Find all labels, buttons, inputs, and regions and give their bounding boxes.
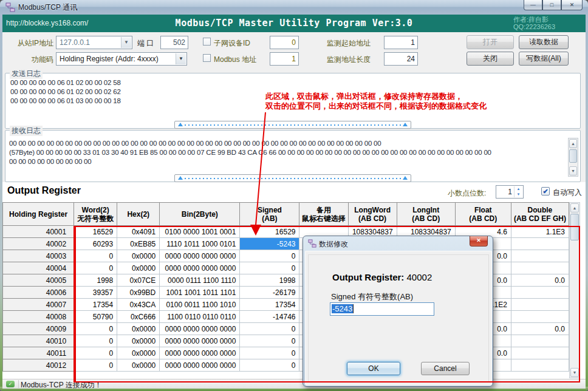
cell-hex[interactable]: 0x0000	[117, 250, 160, 262]
cell-bin[interactable]: 0000 0111 1100 1110	[160, 274, 240, 287]
ok-button[interactable]: OK	[347, 362, 400, 375]
dropdown-arrow-icon[interactable]: ▼	[121, 37, 131, 48]
cell-double[interactable]	[511, 262, 569, 274]
recv-log-hscrollbar[interactable]	[174, 174, 411, 182]
cell-bin[interactable]: 0000 0000 0000 0000	[160, 262, 240, 274]
recv-log-vscrollbar[interactable]: ▲ ▼	[568, 138, 578, 177]
cell-word[interactable]: 1998	[74, 274, 117, 287]
modbus-address-checkbox[interactable]	[203, 54, 211, 62]
cell-bin[interactable]: 0000 0000 0000 0000	[160, 359, 240, 372]
start-address-field[interactable]: 1	[384, 36, 418, 49]
cell-word[interactable]: 0	[74, 359, 117, 372]
read-data-button[interactable]: 读取数据	[519, 35, 569, 49]
cell-word[interactable]: 39357	[74, 287, 117, 299]
cell-signed[interactable]: 16529	[240, 226, 299, 238]
cell-signed[interactable]: -5243	[240, 238, 299, 250]
cell-bin[interactable]: 0000 0000 0000 0000	[160, 335, 240, 347]
cell-bin[interactable]: 1001 1001 1011 1101	[160, 287, 240, 299]
port-field[interactable]: 502	[160, 36, 188, 49]
cell-hex[interactable]: 0x07CE	[117, 274, 160, 287]
scroll-right-icon[interactable]	[403, 123, 408, 126]
minimize-button[interactable]: —	[524, 0, 542, 10]
table-vscrollbar[interactable]: ▲ ▼	[569, 202, 580, 378]
scroll-down-icon[interactable]: ▼	[570, 368, 579, 377]
cell-double[interactable]	[511, 287, 569, 299]
scroll-right-icon[interactable]	[403, 176, 408, 180]
cell-hex[interactable]: 0xEB85	[117, 238, 160, 250]
send-log-hscrollbar[interactable]	[174, 121, 411, 129]
cell-hex[interactable]: 0x0000	[117, 323, 160, 335]
cell-double[interactable]: 0.0	[511, 274, 569, 287]
modbus-address-field[interactable]: 1	[270, 52, 299, 66]
cell-hex[interactable]: 0x43CA	[117, 299, 160, 311]
cell-bin[interactable]: 0000 0000 0000 0000	[160, 323, 240, 335]
maximize-button[interactable]: □	[542, 0, 561, 10]
ip-combobox[interactable]: 127.0.0.1 ▼	[56, 36, 132, 49]
cancel-button[interactable]: Cancel	[421, 362, 470, 375]
cell-signed[interactable]: 0	[240, 359, 299, 372]
cell-word[interactable]: 0	[74, 262, 117, 274]
cell-double[interactable]	[511, 359, 569, 372]
recv-log-content[interactable]: 00 00 00 00 00 00 00 00 00 00 00 00 00 0…	[9, 139, 567, 166]
cell-hex[interactable]: 0x0000	[117, 347, 160, 359]
write-data-button[interactable]: 写数据(All)	[519, 52, 569, 66]
cell-double[interactable]	[511, 238, 569, 250]
scroll-down-icon[interactable]: ▼	[569, 166, 577, 175]
cell-signed[interactable]: 1998	[240, 274, 299, 287]
cell-bin[interactable]: 0000 0000 0000 0000	[160, 347, 240, 359]
scroll-up-icon[interactable]: ▲	[570, 203, 579, 212]
cell-word[interactable]: 0	[74, 323, 117, 335]
scrollbar-thumb[interactable]	[569, 149, 577, 163]
cell-double[interactable]	[511, 311, 569, 323]
dropdown-arrow-icon[interactable]: ▼	[176, 53, 186, 64]
cell-signed[interactable]: 0	[240, 335, 299, 347]
dialog-close-button[interactable]: ✕	[470, 236, 488, 246]
scroll-left-icon[interactable]	[178, 176, 183, 180]
cell-hex[interactable]: 0xC666	[117, 311, 160, 323]
cell-hex[interactable]: 0x0000	[117, 262, 160, 274]
cell-word[interactable]: 0	[74, 250, 117, 262]
auto-write-checkbox[interactable]: ✔	[541, 187, 550, 195]
subnet-id-field[interactable]: 0	[270, 36, 299, 49]
send-log-content[interactable]: 00 00 00 00 00 06 01 02 00 00 02 5800 00…	[10, 78, 575, 106]
scrollbar-thumb[interactable]	[570, 214, 579, 240]
address-length-field[interactable]: 24	[384, 52, 418, 66]
close-connection-button[interactable]: 关闭	[467, 52, 514, 66]
cell-word[interactable]: 0	[74, 347, 117, 359]
cell-double[interactable]	[511, 250, 569, 262]
cell-bin[interactable]: 1110 1011 1000 0101	[160, 238, 240, 250]
scroll-left-icon[interactable]	[178, 123, 183, 126]
subnet-id-checkbox[interactable]	[203, 38, 211, 46]
close-button[interactable]: ✕	[561, 0, 583, 10]
cell-double[interactable]	[511, 347, 569, 359]
cell-signed[interactable]: 0	[240, 347, 299, 359]
function-code-select[interactable]: Holding Register (Addr: 4xxxx) ▼	[56, 52, 187, 66]
cell-word[interactable]: 0	[74, 335, 117, 347]
spinner-arrows-icon[interactable]: ▲▼	[514, 186, 522, 197]
cell-hex[interactable]: 0x99BD	[117, 287, 160, 299]
open-button[interactable]: 打开	[467, 35, 514, 49]
decimal-places-spinner[interactable]: 1 ▲▼	[496, 185, 524, 199]
cell-word[interactable]: 17354	[74, 299, 117, 311]
cell-hex[interactable]: 0x0000	[117, 335, 160, 347]
cell-double[interactable]: 1.1E3	[511, 226, 569, 238]
cell-word[interactable]: 50790	[74, 311, 117, 323]
cell-double[interactable]	[511, 299, 569, 311]
cell-bin[interactable]: 0000 0000 0000 0000	[160, 250, 240, 262]
cell-bin[interactable]: 0100 0000 1001 0001	[160, 226, 240, 238]
cell-bin[interactable]: 1100 0110 0110 0110	[160, 311, 240, 323]
cell-bin[interactable]: 0100 0011 1100 1010	[160, 299, 240, 311]
scroll-up-icon[interactable]: ▲	[569, 139, 577, 148]
window-titlebar[interactable]: Modbus/TCP 通讯 — □ ✕	[0, 0, 588, 15]
cell-signed[interactable]: 0	[240, 323, 299, 335]
cell-hex[interactable]: 0x0000	[117, 359, 160, 372]
cell-signed[interactable]: 0	[240, 262, 299, 274]
cell-word[interactable]: 16529	[74, 226, 117, 238]
cell-signed[interactable]: 17354	[240, 299, 299, 311]
cell-signed[interactable]: -14746	[240, 311, 299, 323]
cell-hex[interactable]: 0x4091	[117, 226, 160, 238]
cell-double[interactable]	[511, 335, 569, 347]
cell-signed[interactable]: -26179	[240, 287, 299, 299]
cell-signed[interactable]: 0	[240, 250, 299, 262]
cell-double[interactable]: 0.0	[511, 323, 569, 335]
